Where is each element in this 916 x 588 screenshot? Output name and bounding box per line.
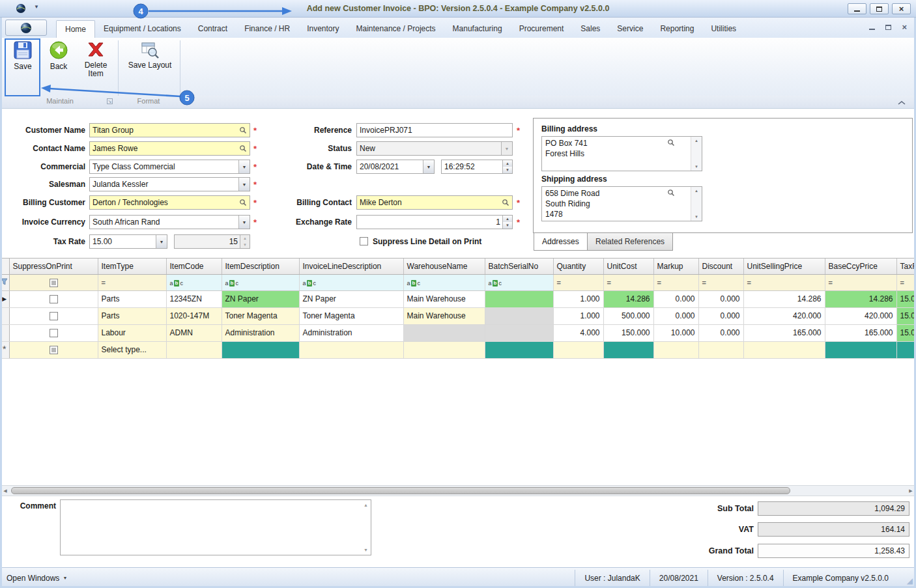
child-minimize-icon[interactable] bbox=[869, 29, 875, 30]
cell-itemtype[interactable]: Parts bbox=[98, 307, 166, 324]
column-header-invoicelinedescription[interactable]: InvoiceLineDescription bbox=[299, 259, 403, 274]
cell-invoicelinedescription[interactable]: ZN Paper bbox=[299, 290, 403, 307]
filter-baseccyprice[interactable]: = bbox=[825, 274, 896, 290]
suppress-line-detail-checkbox[interactable] bbox=[360, 237, 368, 245]
column-header-discount[interactable]: Discount bbox=[698, 259, 743, 274]
cell-quantity[interactable] bbox=[553, 341, 603, 358]
column-header-baseccyprice[interactable]: BaseCcyPrice bbox=[825, 259, 896, 274]
search-icon[interactable] bbox=[236, 196, 250, 209]
checkbox-unchecked[interactable] bbox=[50, 312, 58, 320]
cell-batchserialno[interactable] bbox=[485, 290, 553, 307]
chevron-down-icon[interactable]: ▼ bbox=[238, 216, 250, 229]
cell-invoicelinedescription[interactable]: Administration bbox=[299, 324, 403, 341]
cell-invoicelinedescription[interactable]: Toner Magenta bbox=[299, 307, 403, 324]
shipping-address-box[interactable]: 658 Dime Road South Riding 1478 bbox=[541, 186, 702, 221]
tab-manufacturing[interactable]: Manufacturing bbox=[444, 20, 511, 38]
horizontal-scrollbar[interactable]: ◀ ▶ bbox=[0, 485, 916, 496]
column-header-unitsellingprice[interactable]: UnitSellingPrice bbox=[743, 259, 825, 274]
tab-maintenance-projects[interactable]: Maintenance / Projects bbox=[348, 20, 444, 38]
cell-itemdescription[interactable]: ZN Paper bbox=[222, 290, 299, 307]
chevron-down-icon[interactable]: ▼ bbox=[423, 160, 434, 173]
resize-grip-icon[interactable]: ◢ bbox=[907, 576, 913, 585]
cell-unitsellingprice[interactable]: 420.000 bbox=[743, 307, 825, 324]
invoice-currency-dropdown[interactable]: South African Rand ▼ bbox=[89, 215, 250, 229]
cell-discount[interactable] bbox=[698, 341, 743, 358]
tab-contract[interactable]: Contract bbox=[190, 20, 236, 38]
down-arrow-icon[interactable]: ▼ bbox=[694, 215, 698, 219]
up-arrow-icon[interactable]: ▲ bbox=[503, 216, 512, 222]
shipping-address-scrollbar[interactable]: ▲ ▼ bbox=[691, 187, 702, 221]
cell-unitsellingprice[interactable] bbox=[743, 341, 825, 358]
contact-name-field[interactable]: James Rowe bbox=[89, 141, 250, 156]
billing-contact-field[interactable]: Mike Derton bbox=[356, 195, 513, 210]
tab-home[interactable]: Home bbox=[56, 20, 95, 38]
billing-customer-field[interactable]: Derton / Technologies bbox=[89, 195, 250, 210]
cell-quantity[interactable]: 4.000 bbox=[553, 324, 603, 341]
column-header-taxrate[interactable]: TaxRate bbox=[896, 259, 916, 274]
cell-warehousename[interactable]: Main Warehouse bbox=[403, 307, 485, 324]
cell-quantity[interactable]: 1.000 bbox=[553, 307, 603, 324]
filter-quantity[interactable]: = bbox=[553, 274, 603, 290]
column-header-itemdescription[interactable]: ItemDescription bbox=[222, 259, 299, 274]
cell-itemcode[interactable]: 1020-147M bbox=[166, 307, 222, 324]
cell-unitcost[interactable]: 14.286 bbox=[603, 290, 653, 307]
cell-itemdescription[interactable]: Toner Magenta bbox=[222, 307, 299, 324]
tab-utilities[interactable]: Utilities bbox=[702, 20, 745, 38]
checkbox-unchecked[interactable] bbox=[50, 295, 58, 303]
search-icon[interactable] bbox=[499, 196, 512, 209]
save-button[interactable]: Save bbox=[5, 40, 40, 71]
cell-suppress[interactable] bbox=[9, 290, 98, 307]
cell-discount[interactable]: 0.000 bbox=[698, 307, 743, 324]
column-header-itemtype[interactable]: ItemType bbox=[98, 259, 166, 274]
column-header-batchserialno[interactable]: BatchSerialNo bbox=[485, 259, 553, 274]
up-arrow-icon[interactable]: ▲ bbox=[694, 189, 698, 193]
time-field[interactable]: 16:29:52 ▲▼ bbox=[441, 160, 513, 174]
search-icon[interactable] bbox=[667, 189, 675, 199]
chevron-down-icon[interactable]: ▼ bbox=[156, 235, 167, 248]
filter-markup[interactable]: = bbox=[653, 274, 698, 290]
column-header-suppressonprint[interactable]: SuppressOnPrint bbox=[9, 259, 98, 274]
cell-markup[interactable]: 10.000 bbox=[653, 324, 698, 341]
tab-addresses[interactable]: Addresses bbox=[534, 233, 588, 251]
filter-warehousename[interactable]: abc bbox=[403, 274, 485, 290]
cell-baseccyprice[interactable]: 14.286 bbox=[825, 290, 896, 307]
child-close-icon[interactable]: × bbox=[902, 23, 907, 31]
tab-inventory[interactable]: Inventory bbox=[298, 20, 347, 38]
cell-unitsellingprice[interactable]: 165.000 bbox=[743, 324, 825, 341]
filter-suppressonprint[interactable] bbox=[9, 274, 98, 290]
cell-markup[interactable]: 0.000 bbox=[653, 290, 698, 307]
cell-warehousename[interactable]: Main Warehouse bbox=[403, 290, 485, 307]
cell-markup[interactable]: 0.000 bbox=[653, 307, 698, 324]
column-header-warehousename[interactable]: WarehouseName bbox=[403, 259, 485, 274]
filter-itemcode[interactable]: abc bbox=[166, 274, 222, 290]
cell-itemtype[interactable]: Parts bbox=[98, 290, 166, 307]
filter-unitcost[interactable]: = bbox=[603, 274, 653, 290]
cell-unitcost[interactable]: 150.000 bbox=[603, 324, 653, 341]
scrollbar-thumb[interactable] bbox=[11, 487, 790, 494]
tab-sales[interactable]: Sales bbox=[572, 20, 608, 38]
exchange-rate-field[interactable]: 1 ▲▼ bbox=[356, 215, 513, 229]
close-button[interactable]: × bbox=[892, 3, 911, 14]
cell-discount[interactable]: 0.000 bbox=[698, 290, 743, 307]
cell-taxrate[interactable]: 15.00 bbox=[896, 324, 916, 341]
search-icon[interactable] bbox=[236, 142, 250, 155]
filter-itemdescription[interactable]: abc bbox=[222, 274, 299, 290]
maximize-button[interactable] bbox=[870, 3, 889, 14]
cell-suppress[interactable] bbox=[9, 341, 98, 358]
checkbox-indeterminate[interactable] bbox=[50, 279, 58, 287]
delete-item-button[interactable]: Delete Item bbox=[77, 40, 115, 78]
cell-itemcode[interactable]: 12345ZN bbox=[166, 290, 222, 307]
up-arrow-icon[interactable]: ▲ bbox=[364, 503, 368, 507]
group-dialog-launcher-icon[interactable]: ↘ bbox=[107, 98, 113, 104]
column-header-itemcode[interactable]: ItemCode bbox=[166, 259, 222, 274]
cell-baseccyprice[interactable]: 420.000 bbox=[825, 307, 896, 324]
filter-itemtype[interactable]: = bbox=[98, 274, 166, 290]
down-arrow-icon[interactable]: ▼ bbox=[694, 165, 698, 169]
save-layout-button[interactable]: Save Layout bbox=[122, 40, 177, 70]
tab-equipment-locations[interactable]: Equipment / Locations bbox=[95, 20, 190, 38]
down-arrow-icon[interactable]: ▼ bbox=[364, 548, 368, 552]
cell-quantity[interactable]: 1.000 bbox=[553, 290, 603, 307]
checkbox-unchecked[interactable] bbox=[50, 329, 58, 337]
filter-batchserialno[interactable]: abc bbox=[485, 274, 553, 290]
cell-suppress[interactable] bbox=[9, 324, 98, 341]
